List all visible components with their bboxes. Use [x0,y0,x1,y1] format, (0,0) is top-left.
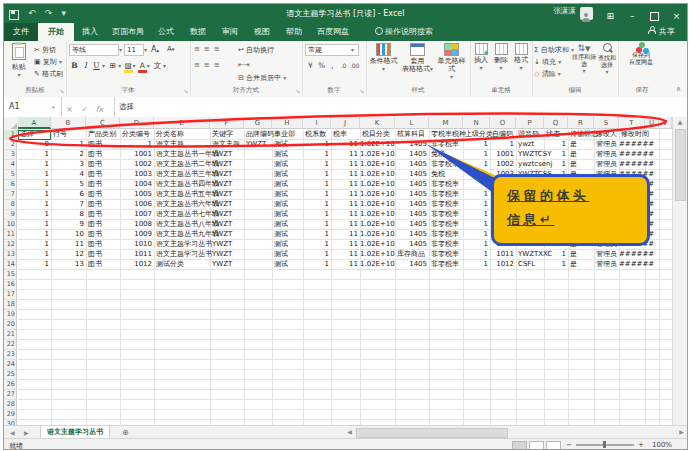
grid-cell[interactable]: 8 [51,210,86,220]
underline-dropdown[interactable]: ▾ [102,62,105,69]
grid-cell[interactable]: 图书 [86,210,120,220]
grid-cell[interactable]: 行号 [51,130,86,140]
formula-input[interactable]: 选择 [114,97,687,116]
grid-cell[interactable]: 1 [18,180,51,190]
grid-cell[interactable]: YWZTCSY [516,150,544,160]
grid-cell[interactable]: 1 [18,250,51,260]
grid-row-number[interactable]: 11 [4,230,17,240]
grid-cell[interactable]: YWZT [244,140,272,150]
number-buttons[interactable]: ¥%,.0.00 [305,61,360,70]
grid-cell[interactable]: 1405 [395,220,429,230]
grid-cell[interactable]: 1.02E+10 [360,260,395,270]
grid-cell[interactable]: 1 [18,160,51,170]
grid-cell[interactable]: 非零税率 [429,180,463,190]
grid-cell[interactable]: 1 [18,240,51,250]
grid-cell[interactable]: ###### [619,140,645,150]
insert-cells-button[interactable]: +插入▾ [471,43,491,72]
grid-cell[interactable]: 语文主题 [210,140,244,150]
grid-cell[interactable]: 状态 [544,130,568,140]
grid-cell[interactable]: YWZTXXC [516,250,544,260]
grid-cell[interactable]: 管理员 [594,160,619,170]
grid-cell[interactable]: 2 [51,150,86,160]
shrink-font-button[interactable]: A▾ [167,45,174,53]
grid-cell[interactable]: 管理员 [594,140,619,150]
grid-cell[interactable]: 1 [120,140,154,150]
tab-review[interactable]: 审阅 [214,23,246,41]
grid-cell[interactable]: 测试 [272,220,303,230]
grid-column-header-K[interactable]: K [360,117,395,129]
grid-column-header-R[interactable]: R [568,117,594,129]
grid-cell[interactable]: 13 [51,260,86,270]
grid-cell[interactable]: 1 [18,230,51,240]
grid-cell[interactable]: 1 [544,250,568,260]
grid-cell[interactable]: 税系数 [303,130,331,140]
tab-baidu-netdisk[interactable]: 百度网盘 [310,23,356,41]
user-name[interactable]: 张潇潇 [553,6,576,15]
grid-cell[interactable]: 1 [18,190,51,200]
grid-cell[interactable]: 免税 [429,150,463,160]
scroll-right-icon[interactable]: ▶ [676,426,687,437]
find-select-button[interactable]: 查找和选择▾ [596,43,618,76]
grid-cell[interactable]: 测试 [272,200,303,210]
grid-row-number[interactable]: 19 [4,310,17,320]
grid-cell[interactable]: 9 [51,220,86,230]
cut-button[interactable]: ✂ 剪切 [34,45,56,55]
horizontal-scroll-thumb[interactable] [356,428,508,438]
grid-cell[interactable]: 语文主题丛书六年级 [154,200,210,210]
grid-row-number[interactable]: 1 [4,130,17,140]
grid-cell[interactable]: 测试 [272,180,303,190]
grid-cell[interactable]: 1005 [120,190,154,200]
grid-cell[interactable]: ###### [619,250,645,260]
grid-cell[interactable]: 1 [463,140,490,150]
grid-row-number[interactable]: 4 [4,160,17,170]
grid-cell[interactable]: 1.02E+10 [360,240,395,250]
avatar[interactable] [580,7,593,20]
grid-cell[interactable]: 1 [51,140,86,150]
grid-cell[interactable]: 1 [303,260,331,270]
grid-row-number[interactable]: 18 [4,300,17,310]
grid-cell[interactable]: 图书 [86,200,120,210]
tab-insert[interactable]: 插入 [74,23,106,41]
zoom-out-button[interactable]: − [566,441,572,449]
grid-column-header-D[interactable]: D [120,117,154,129]
grid-cell[interactable]: 核算科目 [395,130,429,140]
grid-cell[interactable]: 测试 [272,160,303,170]
grid-cell[interactable]: 测试 [272,250,303,260]
indent-buttons[interactable]: ⇤⇥ [238,61,250,69]
grid-column-header-A[interactable]: A [18,117,51,129]
grid-cell[interactable]: 1 [463,220,490,230]
grid-row-number[interactable]: 15 [4,270,17,280]
select-all-corner[interactable] [4,117,19,131]
grid-cell[interactable]: 1 [544,140,568,150]
tab-formulas[interactable]: 公式 [150,23,182,41]
grid-cell[interactable]: 1011 [120,250,154,260]
grid-cell[interactable]: YWZT [210,210,244,220]
scroll-left-icon[interactable]: ◀ [344,426,355,437]
share-button[interactable]: 共享 [639,23,683,41]
alignment-dialog-launcher[interactable]: ↘ [296,88,300,94]
grid-cell[interactable]: YWZT [210,240,244,250]
grid-cell[interactable]: 1 [18,260,51,270]
grid-row-number[interactable]: 17 [4,290,17,300]
grid-cell[interactable]: 产品类别 [86,130,120,140]
collapse-ribbon-icon[interactable]: ∧ [676,85,681,93]
grid-cell[interactable]: 1405 [395,160,429,170]
grid-cell[interactable]: 1.02E+10 [360,200,395,210]
borders-dropdown[interactable]: ▾ [118,62,121,69]
grid-column-header-L[interactable]: L [395,117,429,129]
grid-row-number[interactable]: 9 [4,210,17,220]
font-size-select[interactable]: 11▾ [124,44,147,56]
grid-cell[interactable]: 4 [51,170,86,180]
grid-cell[interactable]: 1405 [395,240,429,250]
grid-cell[interactable]: 非零税率 [429,210,463,220]
format-cells-button[interactable]: 格式▾ [511,43,531,72]
decrease-decimal-button[interactable]: .00 [349,62,360,69]
grid-row-number[interactable]: 21 [4,330,17,340]
phonetic-guide-button[interactable]: 文 [152,61,163,71]
font-dialog-launcher[interactable]: ↘ [184,88,188,94]
wrap-text-button[interactable]: ↩ 自动换行 [238,45,274,55]
grid-column-header-Q[interactable]: Q [544,117,568,129]
grid-cell[interactable]: 库存商品 [395,250,429,260]
grid-column-header-N[interactable]: N [463,117,490,129]
grid-cell[interactable]: 1004 [120,180,154,190]
